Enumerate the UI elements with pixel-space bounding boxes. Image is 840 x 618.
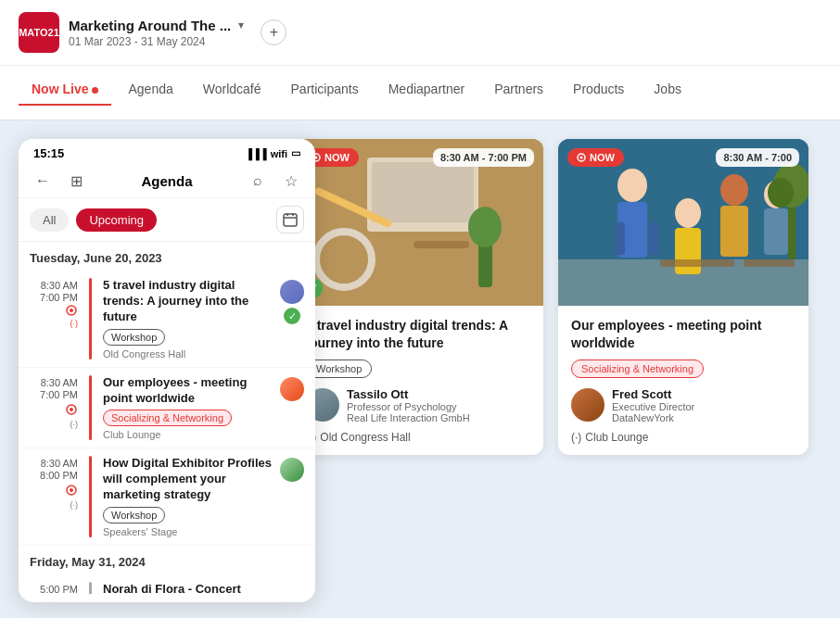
- filter-icon[interactable]: ⊞: [63, 168, 89, 194]
- list-item[interactable]: 8:30 AM 7:00 PM (·) Our employees - meet…: [19, 368, 315, 449]
- card-body-2: Our employees - meeting point worldwide …: [558, 306, 808, 455]
- card-time-1: 8:30 AM - 7:00 PM: [433, 148, 534, 167]
- top-bar: MATO21 Marketing Around The ... ▾ 01 Mar…: [0, 0, 840, 120]
- card-title-2: Our employees - meeting point worldwide: [571, 317, 795, 352]
- svg-rect-34: [660, 259, 734, 267]
- card-tag-1: Workshop: [306, 359, 372, 378]
- main-content: 15:15 ▐▐▐ wifi ▭ ← ⊞ Agenda ⌕ ☆ All Upco…: [0, 120, 840, 618]
- session-time: 5:00 PM 7:00 PM: [30, 582, 78, 594]
- avatar: [280, 377, 304, 401]
- svg-rect-27: [649, 222, 658, 255]
- tab-mediapartner[interactable]: Mediapartner: [375, 74, 478, 106]
- session-bar: [89, 278, 92, 359]
- session-time: 8:30 AM 7:00 PM (·): [30, 375, 78, 441]
- phone-time: 15:15: [33, 146, 64, 160]
- svg-point-7: [70, 408, 73, 411]
- svg-rect-12: [372, 162, 474, 222]
- svg-point-40: [580, 157, 583, 159]
- svg-rect-35: [744, 259, 795, 267]
- card-location-2: (·) Club Lounge: [571, 431, 795, 444]
- tab-agenda[interactable]: Agenda: [115, 74, 185, 106]
- speaker-avatar-2: [571, 388, 605, 422]
- event-logo: MATO21: [19, 12, 59, 53]
- filter-tabs: All Upcoming: [19, 198, 315, 242]
- live-badge: [65, 304, 78, 317]
- event-header: MATO21 Marketing Around The ... ▾ 01 Mar…: [0, 0, 840, 65]
- avatar: [280, 280, 304, 304]
- date-header-2: Friday, May 31, 2024: [19, 546, 315, 574]
- cards-area: NOW 8:30 AM - 7:00 PM ✓ 5 travel industr…: [330, 139, 821, 618]
- date-header-1: Tuesday, June 20, 2023: [19, 242, 315, 271]
- nav-tabs: Now Live Agenda Worldcafé Participants M…: [0, 65, 840, 106]
- svg-point-30: [720, 174, 748, 206]
- location-icon: (·): [571, 431, 581, 444]
- tab-jobs[interactable]: Jobs: [641, 74, 694, 106]
- session-bar: [89, 582, 92, 594]
- card-time-2: 8:30 AM - 7:00: [716, 148, 799, 167]
- tab-now-live[interactable]: Now Live: [19, 74, 111, 106]
- svg-rect-29: [675, 228, 701, 274]
- svg-point-38: [768, 178, 794, 208]
- star-icon[interactable]: ☆: [278, 168, 304, 194]
- tab-participants[interactable]: Participants: [278, 74, 372, 106]
- tab-products[interactable]: Products: [560, 74, 637, 106]
- tab-worldcafe[interactable]: Worldcafé: [190, 74, 274, 106]
- live-dot: [92, 87, 98, 94]
- speaker-info-2: Fred Scott Executive Director DataNewYor…: [612, 387, 694, 423]
- back-button[interactable]: ←: [30, 168, 56, 194]
- svg-rect-17: [414, 241, 469, 248]
- phone-mockup: 15:15 ▐▐▐ wifi ▭ ← ⊞ Agenda ⌕ ☆ All Upco…: [19, 139, 315, 602]
- card-title-1: 5 travel industry digital trends: A jour…: [306, 317, 530, 352]
- event-date: 01 Mar 2023 - 31 May 2024: [69, 35, 244, 48]
- list-item[interactable]: 8:30 AM 7:00 PM (·) 5 travel industry di…: [19, 271, 315, 368]
- event-card-2[interactable]: NOW 8:30 AM - 7:00 Our employees - meeti…: [558, 139, 808, 455]
- event-card-1[interactable]: NOW 8:30 AM - 7:00 PM ✓ 5 travel industr…: [293, 139, 543, 455]
- session-details: Our employees - meeting point worldwide …: [103, 375, 273, 441]
- session-bar: [89, 456, 92, 537]
- session-bar: [89, 375, 92, 441]
- phone-screen-title: Agenda: [96, 173, 237, 189]
- card-tag-2: Socializing & Networking: [571, 359, 704, 378]
- svg-rect-33: [764, 208, 788, 255]
- svg-point-28: [675, 198, 701, 228]
- list-item[interactable]: 8:30 AM 8:00 PM (·) How Digital Exhibito…: [19, 448, 315, 546]
- schedule-content: Tuesday, June 20, 2023 8:30 AM 7:00 PM (…: [19, 242, 315, 594]
- phone-status-bar: 15:15 ▐▐▐ wifi ▭: [19, 139, 315, 164]
- battery-icon: ▭: [291, 147, 300, 159]
- card-now-badge-2: NOW: [567, 148, 624, 167]
- session-time: 8:30 AM 7:00 PM (·): [30, 278, 78, 359]
- chevron-down-icon[interactable]: ▾: [238, 19, 244, 32]
- svg-point-5: [70, 309, 73, 312]
- check-circle-icon: ✓: [284, 308, 300, 324]
- calendar-icon[interactable]: [276, 206, 304, 233]
- tab-partners[interactable]: Partners: [481, 74, 556, 106]
- svg-point-16: [468, 207, 502, 247]
- card-image-2: NOW 8:30 AM - 7:00: [558, 139, 808, 306]
- search-icon[interactable]: ⌕: [245, 168, 271, 194]
- status-icons: ▐▐▐ wifi ▭: [245, 147, 300, 159]
- phone-nav-bar: ← ⊞ Agenda ⌕ ☆: [19, 164, 315, 198]
- signal-icon: ▐▐▐: [245, 148, 266, 159]
- avatar: [280, 458, 304, 482]
- event-name: Marketing Around The ...: [69, 18, 231, 33]
- svg-point-9: [70, 488, 73, 492]
- session-details: 5 travel industry digital trends: A jour…: [103, 278, 273, 359]
- svg-point-24: [617, 169, 647, 202]
- session-details: How Digital Exhibitor Profiles will comp…: [103, 456, 273, 537]
- session-time: 8:30 AM 8:00 PM (·): [30, 456, 78, 537]
- filter-upcoming-button[interactable]: Upcoming: [76, 208, 157, 232]
- filter-all-button[interactable]: All: [30, 208, 69, 232]
- card-image-1: NOW 8:30 AM - 7:00 PM ✓: [293, 139, 543, 306]
- card-location-1: (·) Old Congress Hall: [306, 431, 530, 444]
- event-info: Marketing Around The ... ▾ 01 Mar 2023 -…: [69, 18, 244, 48]
- session-details: Norah di Flora - Concert: [103, 582, 304, 594]
- card-speaker-1: Tassilo Ott Professor of Psychology Real…: [306, 387, 530, 423]
- svg-rect-0: [284, 214, 297, 226]
- speaker-info-1: Tassilo Ott Professor of Psychology Real…: [347, 387, 470, 423]
- svg-rect-31: [720, 206, 748, 257]
- svg-rect-26: [616, 222, 625, 255]
- wifi-icon: wifi: [271, 148, 287, 159]
- add-button[interactable]: +: [261, 19, 286, 45]
- list-item[interactable]: 5:00 PM 7:00 PM Norah di Flora - Concert: [19, 574, 315, 594]
- card-speaker-2: Fred Scott Executive Director DataNewYor…: [571, 387, 795, 423]
